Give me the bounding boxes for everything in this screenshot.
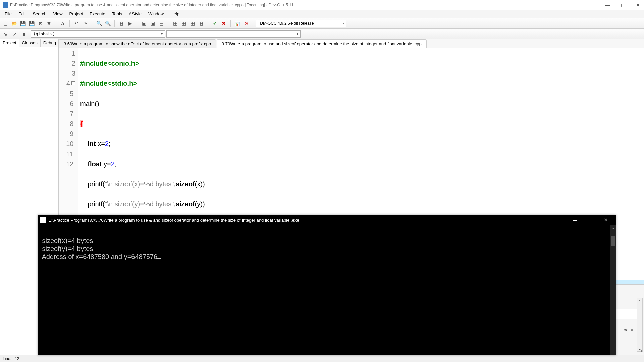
grid4-icon[interactable]: ▦ [197, 19, 205, 27]
status-line-label: Line: [3, 356, 11, 361]
menu-tools[interactable]: Tools [109, 11, 125, 17]
save-all-icon[interactable]: 💾 [28, 19, 36, 27]
vertical-scrollbar[interactable]: ▴▾ [637, 298, 643, 352]
sidebar-tab-debug[interactable]: Debug [41, 39, 59, 47]
secondary-toolbar: ↘ ↗ ▮ (globals) ▾ ▾ [0, 29, 644, 39]
console-window-controls: — ▢ ✕ [567, 215, 613, 225]
status-bar: Line: 12 [0, 355, 644, 362]
grid3-icon[interactable]: ▦ [189, 19, 197, 27]
rebuild-icon[interactable]: ▣ [149, 19, 157, 27]
chevron-down-icon: ▾ [297, 32, 298, 36]
menu-help[interactable]: Help [167, 11, 183, 17]
console-output[interactable]: sizeof(x)=4 bytes sizeof(y)=4 bytes Addr… [38, 225, 616, 273]
chevron-down-icon: ▾ [343, 21, 345, 25]
close-file-icon[interactable]: ✖ [36, 19, 44, 27]
file-tab-0[interactable]: 3.60Write a program to show the effect o… [59, 39, 216, 48]
print-icon[interactable]: 🖨 [59, 19, 67, 27]
minimize-button[interactable]: — [604, 2, 611, 8]
file-tabs: 3.60Write a program to show the effect o… [59, 39, 644, 48]
menu-view[interactable]: View [50, 11, 66, 17]
console-window: E:\Practice Programs\C\3.70Write a progr… [38, 215, 616, 355]
menu-edit[interactable]: Edit [15, 11, 29, 17]
console-cursor [157, 258, 161, 259]
open-file-icon[interactable]: 📂 [10, 19, 18, 27]
new-file-icon[interactable]: ▢ [1, 19, 9, 27]
horizontal-scrollbar[interactable]: ▸ [633, 348, 643, 353]
fold-toggle-icon[interactable]: − [71, 81, 75, 85]
console-scrollbar[interactable]: ▴ [610, 225, 616, 355]
check-icon[interactable]: ✔ [211, 19, 219, 27]
console-minimize-button[interactable]: — [567, 215, 583, 225]
sidebar-tab-classes[interactable]: Classes [19, 39, 40, 47]
replace-icon[interactable]: 🔍 [104, 19, 112, 27]
status-line-value: 12 [15, 356, 19, 361]
grid1-icon[interactable]: ▦ [171, 19, 179, 27]
console-title: E:\Practice Programs\C\3.70Write a progr… [48, 218, 567, 223]
scope-select[interactable]: (globals) ▾ [31, 30, 165, 38]
chevron-down-icon: ▾ [161, 32, 163, 36]
grid2-icon[interactable]: ▦ [180, 19, 188, 27]
redo-icon[interactable]: ↷ [81, 19, 89, 27]
main-toolbar: ▢ 📂 💾 💾 ✖ ✖ 🖨 ↶ ↷ 🔍 🔍 ▦ ▶ ▣ ▣ ▤ ▦ ▦ ▦ ▦ … [0, 18, 644, 29]
member-select[interactable]: ▾ [166, 30, 301, 38]
scope-select-value: (globals) [33, 32, 55, 36]
sidebar-tabs: Project Classes Debug [0, 39, 58, 47]
close-button[interactable]: ✕ [635, 2, 641, 8]
compile-run-icon[interactable]: ▣ [140, 19, 148, 27]
goto-source-icon[interactable]: ↘ [1, 30, 9, 38]
find-icon[interactable]: 🔍 [95, 19, 103, 27]
undo-icon[interactable]: ↶ [72, 19, 80, 27]
menu-file[interactable]: File [1, 11, 15, 17]
profile-icon[interactable]: 📊 [233, 19, 241, 27]
truncated-filename: oat v. [624, 327, 634, 333]
menu-window[interactable]: Window [145, 11, 167, 17]
maximize-button[interactable]: ▢ [620, 2, 627, 8]
compile-icon[interactable]: ▦ [117, 19, 125, 27]
console-title-bar[interactable]: E:\Practice Programs\C\3.70Write a progr… [38, 215, 616, 225]
console-close-button[interactable]: ✕ [598, 215, 613, 225]
title-bar: E:\Practice Programs\C\3.70Write a progr… [0, 0, 644, 10]
stop-icon[interactable]: ✖ [220, 19, 228, 27]
bookmark-icon[interactable]: ▮ [20, 30, 28, 38]
close-all-icon[interactable]: ✖ [45, 19, 53, 27]
save-icon[interactable]: 💾 [19, 19, 27, 27]
menu-project[interactable]: Project [66, 11, 86, 17]
run-icon[interactable]: ▶ [126, 19, 134, 27]
console-maximize-button[interactable]: ▢ [583, 215, 598, 225]
goto-header-icon[interactable]: ↗ [11, 30, 19, 38]
menu-search[interactable]: Search [29, 11, 50, 17]
window-controls: — ▢ ✕ [604, 2, 641, 8]
app-icon [3, 2, 8, 8]
file-tab-1[interactable]: 3.70Write a program to use and sizeof op… [217, 39, 427, 48]
debug-icon[interactable]: ▤ [157, 19, 165, 27]
compiler-select[interactable]: TDM-GCC 4.9.2 64-bit Release ▾ [256, 20, 346, 27]
menu-execute[interactable]: Execute [86, 11, 109, 17]
delete-profile-icon[interactable]: ⊘ [242, 19, 250, 27]
sidebar-tab-project[interactable]: Project [0, 39, 19, 47]
console-icon [40, 217, 46, 223]
window-title: E:\Practice Programs\C\3.70Write a progr… [10, 3, 604, 7]
menu-bar: File Edit Search View Project Execute To… [0, 10, 644, 18]
compiler-select-value: TDM-GCC 4.9.2 64-bit Release [258, 21, 314, 26]
menu-astyle[interactable]: AStyle [125, 11, 145, 17]
